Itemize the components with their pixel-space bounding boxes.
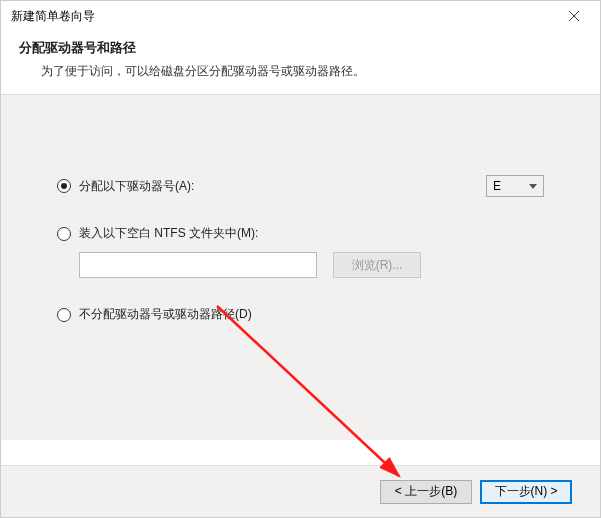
radio-no-assign[interactable] — [57, 308, 71, 322]
option-assign-letter[interactable]: 分配以下驱动器号(A): — [57, 178, 194, 195]
option-mount-folder-row: 装入以下空白 NTFS 文件夹中(M): — [57, 225, 544, 242]
no-assign-label: 不分配驱动器号或驱动器路径(D) — [79, 306, 252, 323]
mount-path-row: 浏览(R)... — [79, 252, 544, 278]
footer: < 上一步(B) 下一步(N) > — [1, 465, 600, 517]
assign-letter-label: 分配以下驱动器号(A): — [79, 178, 194, 195]
option-no-assign-row: 不分配驱动器号或驱动器路径(D) — [57, 306, 544, 323]
radio-assign-letter[interactable] — [57, 179, 71, 193]
close-icon — [569, 11, 579, 21]
mount-folder-label: 装入以下空白 NTFS 文件夹中(M): — [79, 225, 258, 242]
header-title: 分配驱动器号和路径 — [19, 39, 582, 57]
titlebar: 新建简单卷向导 — [1, 1, 600, 31]
option-assign-letter-row: 分配以下驱动器号(A): E — [57, 175, 544, 197]
close-button[interactable] — [552, 2, 596, 30]
option-no-assign[interactable]: 不分配驱动器号或驱动器路径(D) — [57, 306, 252, 323]
header-description: 为了便于访问，可以给磁盘分区分配驱动器号或驱动器路径。 — [19, 63, 582, 80]
drive-letter-value: E — [493, 179, 501, 193]
mount-path-input — [79, 252, 317, 278]
drive-letter-select[interactable]: E — [486, 175, 544, 197]
header-area: 分配驱动器号和路径 为了便于访问，可以给磁盘分区分配驱动器号或驱动器路径。 — [1, 31, 600, 94]
wizard-dialog: 新建简单卷向导 分配驱动器号和路径 为了便于访问，可以给磁盘分区分配驱动器号或驱… — [0, 0, 601, 518]
radio-mount-folder[interactable] — [57, 227, 71, 241]
window-title: 新建简单卷向导 — [11, 8, 95, 25]
next-button[interactable]: 下一步(N) > — [480, 480, 572, 504]
back-button[interactable]: < 上一步(B) — [380, 480, 472, 504]
browse-button: 浏览(R)... — [333, 252, 421, 278]
option-mount-folder[interactable]: 装入以下空白 NTFS 文件夹中(M): — [57, 225, 258, 242]
content-area: 分配以下驱动器号(A): E 装入以下空白 NTFS 文件夹中(M): 浏览(R… — [1, 95, 600, 440]
